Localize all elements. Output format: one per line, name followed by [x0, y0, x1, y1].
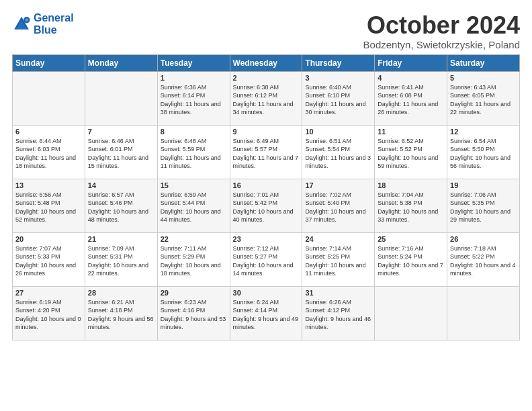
weekday-header: Thursday: [302, 54, 375, 71]
day-info: Sunrise: 6:59 AM Sunset: 5:44 PM Dayligh…: [161, 191, 227, 224]
calendar-cell: 18Sunrise: 7:04 AM Sunset: 5:38 PM Dayli…: [375, 179, 447, 232]
day-number: 7: [88, 128, 154, 136]
calendar-week-row: 20Sunrise: 7:07 AM Sunset: 5:33 PM Dayli…: [13, 232, 520, 286]
day-number: 14: [88, 181, 154, 189]
calendar-cell: [375, 286, 447, 340]
calendar-cell: 31Sunrise: 6:26 AM Sunset: 4:12 PM Dayli…: [302, 286, 375, 340]
calendar-cell: 27Sunrise: 6:19 AM Sunset: 4:20 PM Dayli…: [13, 286, 85, 340]
day-info: Sunrise: 7:18 AM Sunset: 5:22 PM Dayligh…: [450, 244, 517, 278]
calendar-cell: 20Sunrise: 7:07 AM Sunset: 5:33 PM Dayli…: [13, 232, 85, 286]
day-info: Sunrise: 6:54 AM Sunset: 5:50 PM Dayligh…: [450, 137, 517, 171]
calendar-cell: 29Sunrise: 6:23 AM Sunset: 4:16 PM Dayli…: [157, 286, 230, 340]
weekday-header: Wednesday: [230, 54, 302, 71]
calendar-cell: 24Sunrise: 7:14 AM Sunset: 5:25 PM Dayli…: [302, 232, 375, 286]
day-number: 29: [161, 289, 227, 297]
day-info: Sunrise: 7:02 AM Sunset: 5:40 PM Dayligh…: [305, 191, 371, 224]
calendar-cell: 19Sunrise: 7:06 AM Sunset: 5:35 PM Dayli…: [447, 179, 520, 232]
calendar-cell: 15Sunrise: 6:59 AM Sunset: 5:44 PM Dayli…: [157, 179, 230, 232]
day-info: Sunrise: 6:21 AM Sunset: 4:18 PM Dayligh…: [88, 298, 154, 332]
calendar-cell: [447, 286, 520, 340]
day-number: 19: [450, 181, 517, 189]
calendar-cell: 7Sunrise: 6:46 AM Sunset: 6:01 PM Daylig…: [85, 125, 157, 179]
calendar-week-row: 13Sunrise: 6:56 AM Sunset: 5:48 PM Dayli…: [13, 179, 520, 232]
calendar-week-row: 6Sunrise: 6:44 AM Sunset: 6:03 PM Daylig…: [13, 125, 520, 179]
calendar-cell: 30Sunrise: 6:24 AM Sunset: 4:14 PM Dayli…: [230, 286, 302, 340]
day-number: 3: [305, 74, 371, 82]
calendar-cell: 6Sunrise: 6:44 AM Sunset: 6:03 PM Daylig…: [13, 125, 85, 179]
month-title: October 2024: [363, 12, 520, 39]
day-number: 30: [233, 289, 300, 297]
day-info: Sunrise: 6:44 AM Sunset: 6:03 PM Dayligh…: [15, 137, 82, 171]
calendar-cell: 23Sunrise: 7:12 AM Sunset: 5:27 PM Dayli…: [230, 232, 302, 286]
day-info: Sunrise: 7:16 AM Sunset: 5:24 PM Dayligh…: [378, 244, 444, 278]
calendar-cell: 25Sunrise: 7:16 AM Sunset: 5:24 PM Dayli…: [375, 232, 447, 286]
day-number: 17: [305, 181, 371, 189]
logo-text: General Blue: [34, 12, 74, 36]
logo: General Blue: [12, 12, 74, 36]
day-number: 13: [15, 181, 82, 189]
day-info: Sunrise: 7:12 AM Sunset: 5:27 PM Dayligh…: [233, 244, 300, 278]
calendar-cell: 8Sunrise: 6:48 AM Sunset: 5:59 PM Daylig…: [157, 125, 230, 179]
calendar-week-row: 27Sunrise: 6:19 AM Sunset: 4:20 PM Dayli…: [13, 286, 520, 340]
day-number: 11: [378, 128, 444, 136]
day-number: 9: [233, 128, 300, 136]
day-info: Sunrise: 6:23 AM Sunset: 4:16 PM Dayligh…: [161, 298, 227, 332]
day-info: Sunrise: 7:04 AM Sunset: 5:38 PM Dayligh…: [378, 191, 444, 224]
calendar-cell: 26Sunrise: 7:18 AM Sunset: 5:22 PM Dayli…: [447, 232, 520, 286]
calendar-cell: 14Sunrise: 6:57 AM Sunset: 5:46 PM Dayli…: [85, 179, 157, 232]
calendar-cell: 12Sunrise: 6:54 AM Sunset: 5:50 PM Dayli…: [447, 125, 520, 179]
day-number: 18: [378, 181, 444, 189]
calendar-cell: 2Sunrise: 6:38 AM Sunset: 6:12 PM Daylig…: [230, 71, 302, 125]
day-number: 26: [450, 235, 517, 243]
day-number: 6: [15, 128, 82, 136]
day-number: 10: [305, 128, 371, 136]
day-number: 16: [233, 181, 300, 189]
day-number: 12: [450, 128, 517, 136]
day-info: Sunrise: 6:46 AM Sunset: 6:01 PM Dayligh…: [88, 137, 154, 171]
calendar-cell: 21Sunrise: 7:09 AM Sunset: 5:31 PM Dayli…: [85, 232, 157, 286]
weekday-header: Friday: [375, 54, 447, 71]
day-info: Sunrise: 6:40 AM Sunset: 6:10 PM Dayligh…: [305, 83, 371, 117]
day-info: Sunrise: 6:56 AM Sunset: 5:48 PM Dayligh…: [15, 191, 82, 224]
day-info: Sunrise: 7:09 AM Sunset: 5:31 PM Dayligh…: [88, 244, 154, 278]
weekday-header: Monday: [85, 54, 157, 71]
calendar-table: SundayMondayTuesdayWednesdayThursdayFrid…: [12, 54, 520, 340]
svg-point-3: [25, 18, 28, 21]
day-info: Sunrise: 7:14 AM Sunset: 5:25 PM Dayligh…: [305, 244, 371, 278]
header-row: SundayMondayTuesdayWednesdayThursdayFrid…: [13, 54, 520, 71]
header: General Blue October 2024 Bodzentyn, Swi…: [12, 12, 520, 50]
calendar-cell: 1Sunrise: 6:36 AM Sunset: 6:14 PM Daylig…: [157, 71, 230, 125]
day-info: Sunrise: 6:43 AM Sunset: 6:05 PM Dayligh…: [450, 83, 517, 117]
day-number: 23: [233, 235, 300, 243]
day-info: Sunrise: 6:41 AM Sunset: 6:08 PM Dayligh…: [378, 83, 444, 117]
day-info: Sunrise: 6:36 AM Sunset: 6:14 PM Dayligh…: [161, 83, 227, 117]
day-info: Sunrise: 6:26 AM Sunset: 4:12 PM Dayligh…: [305, 298, 371, 332]
calendar-cell: [13, 71, 85, 125]
calendar-week-row: 1Sunrise: 6:36 AM Sunset: 6:14 PM Daylig…: [13, 71, 520, 125]
day-info: Sunrise: 6:52 AM Sunset: 5:52 PM Dayligh…: [378, 137, 444, 171]
calendar-cell: 5Sunrise: 6:43 AM Sunset: 6:05 PM Daylig…: [447, 71, 520, 125]
location-subtitle: Bodzentyn, Swietokrzyskie, Poland: [363, 39, 520, 50]
calendar-cell: 17Sunrise: 7:02 AM Sunset: 5:40 PM Dayli…: [302, 179, 375, 232]
calendar-cell: 16Sunrise: 7:01 AM Sunset: 5:42 PM Dayli…: [230, 179, 302, 232]
calendar-cell: 28Sunrise: 6:21 AM Sunset: 4:18 PM Dayli…: [85, 286, 157, 340]
calendar-cell: [85, 71, 157, 125]
day-number: 4: [378, 74, 444, 82]
day-info: Sunrise: 6:24 AM Sunset: 4:14 PM Dayligh…: [233, 298, 300, 332]
day-number: 25: [378, 235, 444, 243]
day-number: 31: [305, 289, 371, 297]
day-info: Sunrise: 6:48 AM Sunset: 5:59 PM Dayligh…: [161, 137, 227, 171]
day-number: 27: [15, 289, 82, 297]
day-number: 5: [450, 74, 517, 82]
day-number: 21: [88, 235, 154, 243]
calendar-cell: 22Sunrise: 7:11 AM Sunset: 5:29 PM Dayli…: [157, 232, 230, 286]
title-block: October 2024 Bodzentyn, Swietokrzyskie, …: [363, 12, 520, 50]
day-info: Sunrise: 6:19 AM Sunset: 4:20 PM Dayligh…: [15, 298, 82, 332]
weekday-header: Tuesday: [157, 54, 230, 71]
page: General Blue October 2024 Bodzentyn, Swi…: [0, 0, 532, 347]
day-info: Sunrise: 7:01 AM Sunset: 5:42 PM Dayligh…: [233, 191, 300, 224]
weekday-header: Sunday: [13, 54, 85, 71]
logo-icon: [12, 15, 31, 34]
day-number: 8: [161, 128, 227, 136]
day-number: 20: [15, 235, 82, 243]
